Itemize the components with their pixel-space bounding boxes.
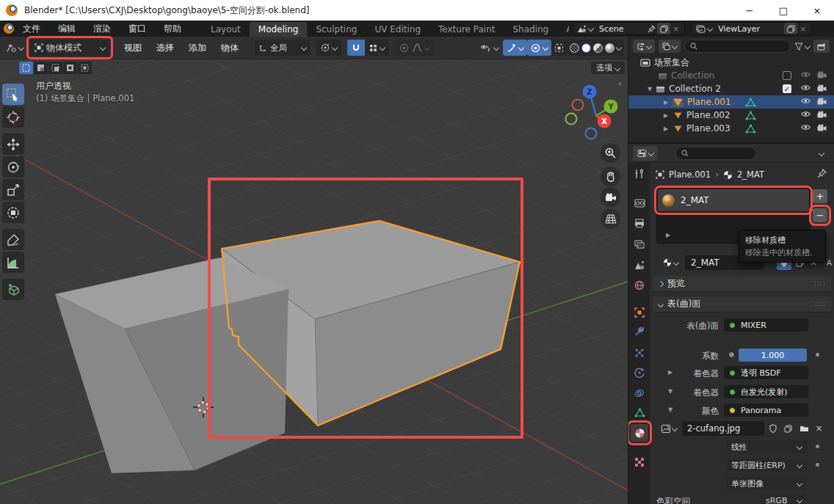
annotate-tool[interactable] [2, 229, 24, 250]
select-intersect-button[interactable] [78, 62, 92, 74]
pan-button[interactable] [601, 167, 620, 186]
camera-view-button[interactable] [601, 187, 620, 207]
hide-eye-icon[interactable] [801, 111, 811, 117]
browse-image-button[interactable] [656, 421, 681, 436]
include-checkbox[interactable]: ✓ [783, 84, 791, 93]
hide-eye-icon[interactable] [801, 98, 811, 104]
colorspace-dropdown[interactable]: sRGB [761, 494, 807, 504]
camera-visibility-icon[interactable] [817, 84, 827, 92]
tab-layout[interactable]: Layout [202, 22, 250, 37]
new-scene-icon[interactable] [657, 23, 670, 34]
menu-window[interactable]: 窗口 [120, 23, 155, 35]
expand-arrow-icon[interactable]: ▶ [662, 112, 670, 119]
menu-file[interactable]: 文件 [14, 23, 49, 35]
tab-object[interactable] [631, 304, 648, 321]
snap-settings-dropdown[interactable] [365, 44, 389, 52]
options-button[interactable]: 选项 [591, 62, 625, 74]
unlink-scene-icon[interactable]: × [670, 24, 681, 34]
menu-help[interactable]: 帮助 [155, 23, 190, 35]
browse-material-button[interactable] [656, 255, 684, 270]
visibility-dropdown[interactable] [476, 40, 503, 56]
panel-grip[interactable]: ∷∷ [814, 300, 825, 308]
remove-material-slot-button[interactable]: − [813, 208, 827, 222]
menu-object[interactable]: 物体 [214, 42, 246, 54]
pin-icon[interactable] [646, 25, 657, 33]
image-fake-user-button[interactable] [766, 421, 780, 436]
camera-visibility-icon[interactable] [817, 111, 827, 118]
tab-object-data[interactable] [631, 403, 648, 421]
outliner-row-collection2[interactable]: ▼ Collection 2 ✓ [628, 82, 834, 95]
unlink-image-button[interactable]: × [813, 421, 825, 436]
proportional-editing-group[interactable] [395, 40, 434, 56]
image-name-field[interactable]: 2-cufang.jpg [682, 421, 764, 436]
factor-slider[interactable]: 1.000 [739, 348, 807, 362]
tab-constraints[interactable] [631, 384, 648, 402]
material-slot-row[interactable]: 2_MAT [658, 189, 809, 211]
outliner-row-plane001[interactable]: ▶ Plane.001 [628, 95, 834, 109]
add-cube-tool[interactable] [2, 279, 24, 300]
remove-viewlayer-icon[interactable]: × [797, 24, 808, 34]
display-mode-dropdown[interactable] [633, 40, 655, 53]
camera-visibility-icon[interactable] [817, 98, 827, 105]
shading-rendered-icon[interactable] [605, 43, 614, 53]
outliner-filter-image-dropdown[interactable] [659, 40, 681, 53]
source-dropdown[interactable]: 单张图像 [726, 477, 807, 490]
tab-texture-paint[interactable]: Texture Paint [429, 22, 504, 37]
panel-collapse-arrow[interactable]: ‹ [618, 78, 622, 89]
outliner-row-collection[interactable]: Collection [628, 69, 834, 82]
shader1-value-button[interactable]: 透明 BSDF [724, 366, 808, 379]
shading-wireframe-icon[interactable] [570, 43, 579, 53]
filter-dropdown[interactable] [794, 43, 810, 51]
hide-eye-icon[interactable] [801, 84, 811, 91]
tab-material[interactable] [631, 424, 648, 442]
orientation-dropdown[interactable]: 全局 [255, 40, 311, 56]
viewport-canvas[interactable]: Z Y X 选项 ‹ 用户透视 (1) 场景集合 | Plane.001 [0, 59, 628, 504]
surface-value-button[interactable]: MIXER [724, 318, 808, 332]
interpolation-dropdown[interactable]: 线性 [726, 440, 807, 453]
select-box-button[interactable] [34, 62, 48, 74]
menu-select[interactable]: 选择 [149, 42, 181, 54]
viewlayer-name[interactable]: ViewLayer [714, 24, 784, 34]
menu-add[interactable]: 添加 [181, 42, 214, 54]
tab-animation[interactable]: Animation [557, 22, 569, 37]
expand-arrow-icon[interactable]: ▶ [662, 125, 670, 132]
overlays-toggle-dropdown[interactable] [527, 40, 551, 56]
cursor-tool[interactable] [2, 106, 24, 128]
panel-preview-header[interactable]: 预览 ∷∷ [653, 276, 831, 292]
tab-tool[interactable] [631, 165, 648, 183]
color-value-button[interactable]: Panorama [724, 403, 808, 417]
outliner-row-plane003[interactable]: ▶ Plane.003 [628, 122, 834, 135]
outliner-row-plane002[interactable]: ▶ Plane.002 [628, 109, 834, 122]
tab-modeling[interactable]: Modeling [250, 22, 308, 37]
xray-toggle[interactable] [551, 40, 567, 56]
add-material-slot-button[interactable]: + [813, 189, 827, 203]
image-copy-button[interactable] [781, 421, 795, 436]
select-box-tool[interactable] [2, 84, 24, 105]
menu-render[interactable]: 渲染 [84, 23, 120, 35]
shader2-value-button[interactable]: 自发光(发射) [724, 385, 808, 398]
select-lasso-button[interactable] [63, 62, 77, 74]
tab-sculpting[interactable]: Sculpting [307, 22, 366, 37]
pin-id-icon[interactable] [817, 169, 827, 178]
rotate-tool[interactable] [2, 156, 24, 178]
breadcrumb-object[interactable]: Plane.001 [669, 169, 711, 180]
tab-scene[interactable] [631, 256, 648, 274]
exclude-checkbox[interactable] [783, 71, 791, 80]
outliner-search-input[interactable] [684, 40, 791, 53]
tab-modifiers[interactable] [631, 323, 648, 340]
decorator-dot[interactable] [816, 463, 819, 467]
transform-tool[interactable] [2, 202, 24, 223]
measure-tool[interactable] [2, 252, 24, 273]
panel-grip[interactable]: ∷∷ [814, 280, 825, 288]
tab-physics[interactable] [631, 364, 648, 381]
tab-uv-editing[interactable]: UV Editing [366, 22, 429, 37]
viewlayer-icon[interactable] [695, 25, 714, 33]
move-tool[interactable] [2, 134, 24, 155]
gizmos-toggle-dropdown[interactable] [503, 40, 527, 56]
new-viewlayer-icon[interactable] [784, 23, 797, 34]
collapse-arrow-icon[interactable]: ▼ [646, 86, 653, 92]
mode-dropdown[interactable]: 物体模式 [30, 40, 109, 56]
select-circle-button[interactable] [48, 62, 62, 74]
editor-type-button[interactable] [4, 40, 26, 56]
close-button[interactable]: × [800, 0, 834, 21]
